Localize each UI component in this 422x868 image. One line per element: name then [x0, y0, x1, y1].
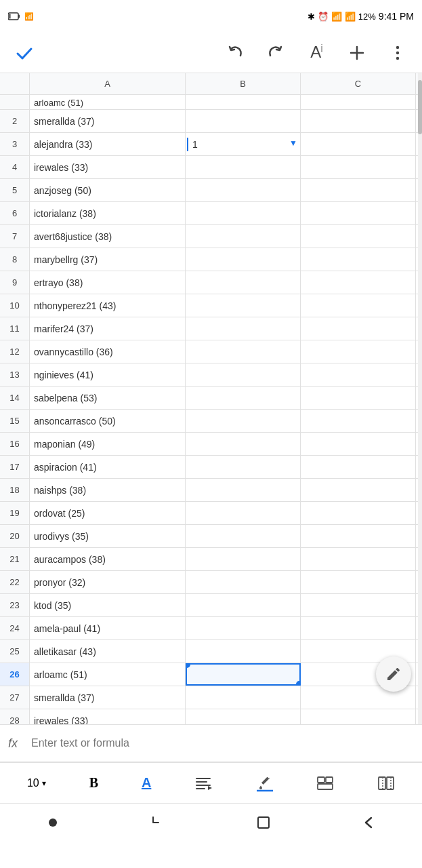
- cell-b23[interactable]: [186, 594, 301, 616]
- table-row[interactable]: 27 smerallda (37): [0, 686, 422, 709]
- cell-a8[interactable]: marybellrg (37): [30, 248, 186, 271]
- cell-a9[interactable]: ertrayo (38): [30, 271, 186, 294]
- cell-b5[interactable]: [186, 179, 301, 201]
- cell-b11[interactable]: [186, 317, 301, 340]
- nav-home-button[interactable]: [245, 804, 282, 842]
- cell-a22[interactable]: pronyor (32): [30, 571, 186, 593]
- cell-a25[interactable]: alletikasar (43): [30, 640, 186, 663]
- cell-b24[interactable]: [186, 617, 301, 639]
- table-row[interactable]: 17 aspiracion (41): [0, 456, 422, 479]
- table-row[interactable]: 6 ictorialanz (38): [0, 202, 422, 225]
- table-row[interactable]: 7 avert68justice (38): [0, 225, 422, 248]
- cell-a6[interactable]: ictorialanz (38): [30, 202, 186, 224]
- cell-b8[interactable]: [186, 248, 301, 271]
- cell-b16[interactable]: [186, 433, 301, 455]
- cell-b21[interactable]: [186, 548, 301, 570]
- cell-b7[interactable]: [186, 225, 301, 248]
- nav-recents-button[interactable]: [140, 804, 177, 842]
- cell-c10[interactable]: [301, 294, 416, 317]
- cell-b12[interactable]: [186, 340, 301, 363]
- cell-c20[interactable]: [301, 525, 416, 547]
- cell-b19[interactable]: [186, 502, 301, 524]
- table-row[interactable]: arloamc (51): [0, 95, 422, 110]
- col-header-c[interactable]: C: [301, 73, 416, 94]
- merge-cells-button[interactable]: [311, 772, 339, 795]
- table-row[interactable]: 23 ktod (35): [0, 594, 422, 617]
- table-row[interactable]: 11 marifer24 (37): [0, 317, 422, 340]
- cell-b17[interactable]: [186, 456, 301, 478]
- cell-c2[interactable]: [301, 110, 416, 132]
- table-row[interactable]: 14 sabelpena (53): [0, 387, 422, 410]
- cell-b26-selected[interactable]: [186, 663, 301, 686]
- cell-a24[interactable]: amela-paul (41): [30, 617, 186, 639]
- table-row[interactable]: 12 ovannycastillo (36): [0, 340, 422, 363]
- cell-c7[interactable]: [301, 225, 416, 248]
- cell-c28[interactable]: [301, 709, 416, 724]
- cell-c19[interactable]: [301, 502, 416, 524]
- more-options-button[interactable]: [384, 39, 411, 66]
- cell-c5[interactable]: [301, 179, 416, 201]
- fab-edit-button[interactable]: [376, 656, 411, 692]
- table-row[interactable]: 10 nthonyperez21 (43): [0, 294, 422, 317]
- table-row[interactable]: 18 naishps (38): [0, 479, 422, 502]
- confirm-button[interactable]: [11, 39, 38, 66]
- formula-input[interactable]: [31, 737, 414, 749]
- scrollbar-thumb[interactable]: [418, 80, 422, 134]
- cell-a28[interactable]: irewales (33): [30, 709, 186, 724]
- cell-a10[interactable]: nthonyperez21 (43): [30, 294, 186, 317]
- cell-a3[interactable]: alejandra (33): [30, 133, 186, 155]
- cell-b18[interactable]: [186, 479, 301, 501]
- table-row[interactable]: 25 alletikasar (43): [0, 640, 422, 663]
- table-row[interactable]: 8 marybellrg (37): [0, 248, 422, 271]
- cell-a27[interactable]: smerallda (37): [30, 686, 186, 709]
- cell-b14[interactable]: [186, 387, 301, 409]
- nav-back-button[interactable]: [350, 804, 388, 842]
- cell-a17[interactable]: aspiracion (41): [30, 456, 186, 478]
- cell-c6[interactable]: [301, 202, 416, 224]
- align-button[interactable]: [189, 772, 217, 795]
- cell-a1[interactable]: arloamc (51): [30, 95, 186, 110]
- cell-a21[interactable]: auracampos (38): [30, 548, 186, 570]
- cell-c17[interactable]: [301, 456, 416, 478]
- col-header-b[interactable]: B: [186, 73, 301, 94]
- cell-b2[interactable]: [186, 110, 301, 132]
- table-row[interactable]: 16 maponian (49): [0, 433, 422, 456]
- table-row[interactable]: 5 anzjoseg (50): [0, 179, 422, 202]
- cell-c12[interactable]: [301, 340, 416, 363]
- cell-a4[interactable]: irewales (33): [30, 156, 186, 178]
- spreadsheet[interactable]: A B C arloamc (51) 2 smerallda (37) 3 al…: [0, 73, 422, 724]
- cell-a19[interactable]: ordovat (25): [30, 502, 186, 524]
- cell-a15[interactable]: ansoncarrasco (50): [30, 410, 186, 432]
- cell-b28[interactable]: [186, 709, 301, 724]
- format-text-button[interactable]: Ai: [303, 39, 330, 66]
- cell-b25[interactable]: [186, 640, 301, 663]
- cell-c4[interactable]: [301, 156, 416, 178]
- table-row[interactable]: 4 irewales (33): [0, 156, 422, 179]
- table-row[interactable]: 3 alejandra (33) 1 ▼: [0, 133, 422, 156]
- nav-dot-button[interactable]: [34, 804, 72, 842]
- cell-a20[interactable]: urodivys (35): [30, 525, 186, 547]
- table-row[interactable]: 19 ordovat (25): [0, 502, 422, 525]
- cell-b9[interactable]: [186, 271, 301, 294]
- fill-color-button[interactable]: [250, 772, 278, 795]
- table-row[interactable]: 2 smerallda (37): [0, 110, 422, 133]
- cell-a7[interactable]: avert68justice (38): [30, 225, 186, 248]
- cell-c8[interactable]: [301, 248, 416, 271]
- cell-c22[interactable]: [301, 571, 416, 593]
- cell-b6[interactable]: [186, 202, 301, 224]
- table-row[interactable]: 20 urodivys (35): [0, 525, 422, 548]
- table-row[interactable]: 9 ertrayo (38): [0, 271, 422, 294]
- undo-button[interactable]: [221, 39, 249, 66]
- cell-a14[interactable]: sabelpena (53): [30, 387, 186, 409]
- cell-b22[interactable]: [186, 571, 301, 593]
- cell-a23[interactable]: ktod (35): [30, 594, 186, 616]
- cell-c18[interactable]: [301, 479, 416, 501]
- cell-c23[interactable]: [301, 594, 416, 616]
- cell-b15[interactable]: [186, 410, 301, 432]
- scrollbar[interactable]: [418, 73, 422, 724]
- table-row[interactable]: 22 pronyor (32): [0, 571, 422, 594]
- cell-c14[interactable]: [301, 387, 416, 409]
- cell-c9[interactable]: [301, 271, 416, 294]
- cell-c11[interactable]: [301, 317, 416, 340]
- bold-button[interactable]: B: [84, 772, 104, 793]
